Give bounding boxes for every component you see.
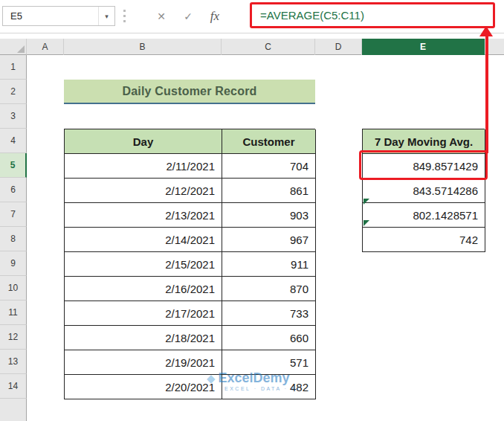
column-header-d[interactable]: D xyxy=(315,39,362,55)
cell-c7[interactable]: 903 xyxy=(222,203,316,228)
insert-function-icon[interactable]: fx xyxy=(205,6,224,26)
column-header-b[interactable]: B xyxy=(64,39,222,55)
column-header-e[interactable]: E xyxy=(362,39,485,55)
formula-input[interactable]: =AVERAGE(C5:C11) xyxy=(260,9,364,22)
error-indicator-icon xyxy=(364,220,369,226)
customer-table: Day Customer 2/11/2021 704 2/12/2021 861… xyxy=(64,129,315,399)
formula-bar-drag-handle[interactable] xyxy=(123,10,126,22)
row-header-6[interactable]: 6 xyxy=(0,178,27,202)
cell-c9[interactable]: 911 xyxy=(222,252,316,277)
row-header-10[interactable]: 10 xyxy=(0,276,27,301)
select-all-triangle-icon xyxy=(17,45,25,53)
cell-c5[interactable]: 704 xyxy=(222,154,316,179)
cell-c8[interactable]: 967 xyxy=(222,228,316,252)
selected-cell-annotation-box xyxy=(359,150,488,180)
title-cell[interactable]: Daily Customer Record xyxy=(64,80,315,104)
row-header-9[interactable]: 9 xyxy=(0,251,27,276)
annotation-arrow-head-icon xyxy=(479,26,493,36)
formula-bar-annotation-box: =AVERAGE(C5:C11) xyxy=(250,2,495,28)
row-header-5[interactable]: 5 xyxy=(0,153,27,178)
select-all-button[interactable] xyxy=(0,39,27,55)
table-header-day[interactable]: Day xyxy=(65,129,222,154)
row-header-13[interactable]: 13 xyxy=(0,350,27,374)
row-header-partial[interactable] xyxy=(0,399,27,421)
cell-b10[interactable]: 2/16/2021 xyxy=(65,277,222,301)
column-header-c[interactable]: C xyxy=(222,39,315,55)
row-header-11[interactable]: 11 xyxy=(0,301,27,325)
row-headers: 1 2 3 4 5 6 7 8 9 10 11 12 13 14 xyxy=(0,55,27,421)
cell-c13[interactable]: 571 xyxy=(222,350,316,375)
row-header-7[interactable]: 7 xyxy=(0,202,27,227)
row-header-1[interactable]: 1 xyxy=(0,55,27,80)
cell-c14[interactable]: 482 xyxy=(222,375,316,399)
column-headers: A B C D E xyxy=(27,39,504,55)
formula-toolbar: E5 ▾ ✕ ✓ fx =AVERAGE(C5:C11) xyxy=(0,0,504,33)
row-header-8[interactable]: 8 xyxy=(0,227,27,251)
cell-e7[interactable]: 802.1428571 xyxy=(363,203,485,228)
cell-b9[interactable]: 2/15/2021 xyxy=(65,252,222,277)
name-box-value: E5 xyxy=(10,10,22,22)
cell-b7[interactable]: 2/13/2021 xyxy=(65,203,222,228)
annotation-arrow-line xyxy=(485,36,488,153)
cell-c6[interactable]: 861 xyxy=(222,179,316,203)
row-header-12[interactable]: 12 xyxy=(0,325,27,350)
name-box[interactable]: E5 ▾ xyxy=(2,6,115,26)
cell-b5[interactable]: 2/11/2021 xyxy=(65,154,222,179)
cell-c12[interactable]: 660 xyxy=(222,326,316,350)
cancel-icon[interactable]: ✕ xyxy=(152,6,171,26)
row-header-14[interactable]: 14 xyxy=(0,374,27,399)
cell-b14[interactable]: 2/20/2021 xyxy=(65,375,222,399)
cell-c11[interactable]: 733 xyxy=(222,301,316,326)
cell-e6[interactable]: 843.5714286 xyxy=(363,179,485,203)
row-header-2[interactable]: 2 xyxy=(0,80,27,104)
cell-b13[interactable]: 2/19/2021 xyxy=(65,350,222,375)
cell-b11[interactable]: 2/17/2021 xyxy=(65,301,222,326)
sheet-title: Daily Customer Record xyxy=(122,85,256,98)
cell-b6[interactable]: 2/12/2021 xyxy=(65,179,222,203)
column-header-a[interactable]: A xyxy=(27,39,64,55)
enter-icon[interactable]: ✓ xyxy=(178,6,198,26)
cell-c10[interactable]: 870 xyxy=(222,277,316,301)
row-header-3[interactable]: 3 xyxy=(0,104,27,129)
cell-b8[interactable]: 2/14/2021 xyxy=(65,228,222,252)
error-indicator-icon xyxy=(364,199,369,205)
table-header-customer[interactable]: Customer xyxy=(222,129,316,154)
row-header-4[interactable]: 4 xyxy=(0,129,27,153)
cell-b12[interactable]: 2/18/2021 xyxy=(65,326,222,350)
excel-window: E5 ▾ ✕ ✓ fx =AVERAGE(C5:C11) A B C D E 1… xyxy=(0,0,504,421)
cell-e8[interactable]: 742 xyxy=(363,228,485,252)
chevron-down-icon[interactable]: ▾ xyxy=(98,7,114,25)
moving-avg-table: 7 Day Moving Avg. 849.8571429 843.571428… xyxy=(362,129,485,252)
